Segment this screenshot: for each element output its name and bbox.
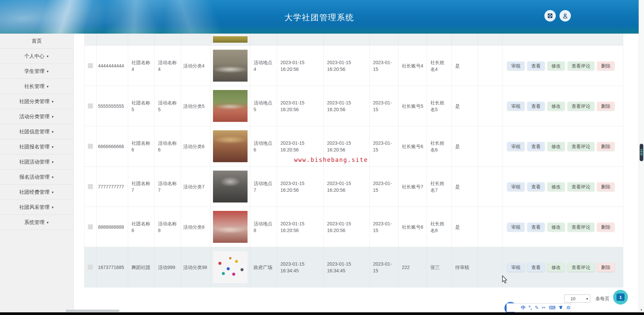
sidebar-item[interactable]: 社团风采管理▼: [0, 200, 73, 215]
pencil-icon[interactable]: ✎: [535, 305, 539, 310]
sidebar-item-label: 报名活动管理: [19, 174, 50, 180]
row-checkbox[interactable]: [88, 144, 93, 149]
sidebar-item[interactable]: 首页: [0, 34, 73, 49]
caret-down-icon: ▼: [51, 109, 54, 124]
edit-button[interactable]: 修改: [547, 182, 565, 191]
activity-photo: [213, 211, 248, 243]
view-button[interactable]: 查看: [527, 223, 545, 231]
vertical-scrollbar[interactable]: ▾: [639, 0, 644, 315]
sidebar-item-label: 个人中心: [24, 53, 45, 59]
sidebar-item[interactable]: 社团活动管理▼: [0, 154, 73, 170]
edit-button[interactable]: 修改: [547, 263, 565, 272]
cell-activity: 活动名称5: [158, 100, 177, 112]
view-comments-button[interactable]: 查看评论: [568, 142, 594, 151]
cell-id: 4444444444: [98, 63, 124, 69]
cell-end: 2023-01-15 16:20:56: [327, 100, 351, 112]
audit-button[interactable]: 审核: [507, 182, 525, 191]
scroll-down-arrow-icon[interactable]: ▾: [639, 308, 643, 312]
cell-club: 社团名称8: [131, 221, 150, 233]
view-button[interactable]: 查看: [527, 263, 545, 272]
cell-date: 2023-01-15: [373, 221, 392, 233]
view-comments-button[interactable]: 查看评论: [568, 182, 594, 191]
cell-club: 社团名称6: [131, 140, 150, 152]
sidebar-item[interactable]: 社团信息管理▼: [0, 124, 73, 139]
view-button[interactable]: 查看: [527, 182, 545, 191]
sidebar-item-label: 社团信息管理: [19, 129, 50, 134]
cell-start: 2023-01-15 16:20:56: [280, 140, 305, 152]
scissors-icon[interactable]: ✂: [542, 305, 546, 310]
delete-button[interactable]: 删除: [597, 223, 614, 231]
sidebar-item[interactable]: 社团经费管理▼: [0, 185, 73, 200]
cell-location: 活动地点4: [254, 60, 272, 72]
row-checkbox[interactable]: [88, 265, 93, 270]
audit-button[interactable]: 审核: [507, 223, 525, 231]
cell-status: 是: [455, 144, 460, 149]
activity-photo: [213, 50, 248, 82]
view-comments-button[interactable]: 查看评论: [568, 102, 594, 110]
cell-status: 待审核: [455, 265, 469, 270]
row-checkbox[interactable]: [88, 63, 93, 68]
cell-start: 2023-01-15 16:20:56: [280, 100, 305, 112]
row-checkbox[interactable]: [88, 184, 93, 189]
sidebar-item[interactable]: 系统管理▼: [0, 215, 73, 230]
edit-button[interactable]: 修改: [547, 142, 565, 151]
edit-button[interactable]: 修改: [547, 223, 565, 231]
delete-button[interactable]: 删除: [597, 61, 614, 70]
sidebar-item-label: 社长管理: [24, 83, 45, 89]
cell-status: 是: [455, 224, 460, 230]
cell-id: 8888888888: [98, 224, 124, 230]
keyboard-icon[interactable]: ⌨: [549, 305, 555, 310]
cell-location: 活动地点6: [254, 140, 272, 152]
ime-punctuation-icon[interactable]: °,: [529, 305, 532, 310]
delete-button[interactable]: 删除: [597, 102, 614, 110]
cell-leader_account: 222: [402, 265, 410, 270]
fullscreen-button[interactable]: [544, 10, 556, 21]
page-size-select[interactable]: 10 ▾: [564, 295, 590, 303]
sidebar-item[interactable]: 社团分类管理▼: [0, 94, 73, 109]
view-button[interactable]: 查看: [527, 102, 545, 110]
sidebar-item[interactable]: 报名活动管理▼: [0, 170, 73, 185]
user-button[interactable]: [559, 10, 571, 21]
view-button[interactable]: 查看: [527, 142, 545, 151]
audit-button[interactable]: 审核: [507, 61, 525, 70]
per-page-label: 条每页: [595, 296, 609, 302]
horizontal-scrollbar-thumb[interactable]: [66, 310, 119, 312]
view-comments-button[interactable]: 查看评论: [568, 263, 594, 272]
caret-down-icon: ▼: [51, 94, 54, 109]
bottom-edge-bar: [0, 312, 644, 315]
sidebar-item[interactable]: 活动分类管理▼: [0, 109, 73, 124]
sidebar-item[interactable]: 社长管理▼: [0, 79, 73, 94]
activity-photo: [213, 130, 248, 162]
current-page: 1: [616, 294, 625, 301]
caret-down-icon: ▼: [46, 64, 49, 79]
cell-club: 社团名称5: [131, 100, 150, 112]
caret-down-icon: ▼: [46, 49, 49, 64]
delete-button[interactable]: 删除: [597, 263, 614, 272]
delete-button[interactable]: 删除: [597, 182, 614, 191]
edit-button[interactable]: 修改: [547, 102, 565, 110]
view-comments-button[interactable]: 查看评论: [568, 61, 594, 70]
row-checkbox[interactable]: [88, 224, 93, 229]
vertical-scrollbar-thumb[interactable]: [640, 144, 643, 161]
delete-button[interactable]: 删除: [597, 142, 614, 151]
sidebar-item[interactable]: 学生管理▼: [0, 64, 73, 79]
cell-activity: 活动999: [158, 265, 175, 270]
edit-button[interactable]: 修改: [547, 61, 565, 70]
audit-button[interactable]: 审核: [507, 263, 525, 272]
page-number-badge[interactable]: 1: [613, 290, 628, 305]
gear-icon[interactable]: ⚙: [566, 305, 571, 310]
cell-activity: 活动名称8: [158, 221, 177, 233]
caret-down-icon: ▼: [51, 185, 54, 200]
view-button[interactable]: 查看: [527, 61, 545, 70]
cell-status: 是: [455, 63, 460, 69]
view-comments-button[interactable]: 查看评论: [568, 223, 594, 231]
cell-club: 社团名称4: [131, 60, 150, 72]
row-checkbox[interactable]: [88, 103, 93, 108]
sidebar-item[interactable]: 个人中心▼: [0, 49, 73, 64]
audit-button[interactable]: 审核: [507, 102, 525, 110]
sidebar-item[interactable]: 社团报名管理▼: [0, 139, 73, 154]
audit-button[interactable]: 审核: [507, 142, 525, 151]
ime-chinese-mode-icon[interactable]: 中: [521, 305, 526, 310]
cell-date: 2023-01-15: [373, 181, 392, 193]
skin-tshirt-icon[interactable]: [558, 305, 563, 310]
